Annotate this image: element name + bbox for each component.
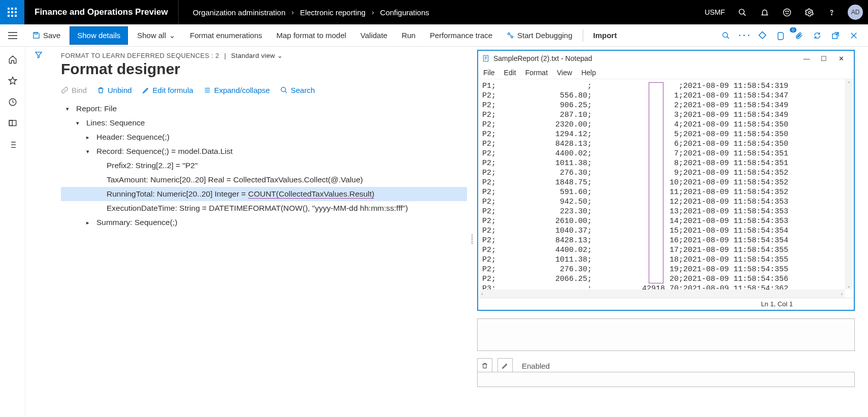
- company-picker[interactable]: USMF: [705, 8, 725, 16]
- menu-file[interactable]: File: [483, 69, 495, 77]
- separator: [583, 29, 583, 42]
- save-icon: [32, 31, 40, 39]
- menu-format[interactable]: Format: [525, 69, 548, 77]
- home-icon[interactable]: [8, 55, 17, 64]
- tree-node-runningtotal[interactable]: RunningTotal: Numeric[20..20] Integer = …: [61, 187, 467, 201]
- perf-trace-button[interactable]: Performance trace: [423, 24, 499, 47]
- search-icon[interactable]: [719, 28, 733, 43]
- svg-rect-19: [35, 33, 37, 34]
- minimize-button[interactable]: —: [798, 55, 815, 62]
- popout-icon[interactable]: [828, 28, 843, 43]
- svg-point-40: [281, 87, 286, 92]
- edit-formula-label: Edit formula: [153, 86, 193, 94]
- designer-pane: FORMAT TO LEARN DEFERRED SEQUENCES : 2 |…: [25, 47, 477, 417]
- caret-right-icon: ▸: [84, 219, 91, 226]
- notepad-text[interactable]: P1; ; ;2021-08-09 11:58:54:319 P2; 556.8…: [478, 79, 854, 294]
- save-button[interactable]: Save: [25, 24, 68, 47]
- filter-column: [25, 47, 52, 59]
- menu-view[interactable]: View: [557, 69, 572, 77]
- link-icon: [61, 86, 69, 94]
- smile-icon[interactable]: [777, 0, 797, 24]
- menu-edit[interactable]: Edit: [504, 69, 516, 77]
- debug-icon: [507, 31, 514, 39]
- clock-icon[interactable]: [8, 98, 17, 107]
- tree-node-summary[interactable]: ▸Summary: Sequence(;): [61, 215, 467, 230]
- svg-point-23: [723, 33, 727, 37]
- help-icon[interactable]: [821, 0, 842, 24]
- view-picker[interactable]: Standard view ⌄: [231, 52, 283, 59]
- tree-node-record[interactable]: ▾Record: Sequence(;) = model.Data.List: [61, 144, 467, 158]
- tree-node-execdatetime[interactable]: ExecutionDateTime: String = DATETIMEFORM…: [61, 201, 467, 215]
- node-label: Summary: Sequence(;): [96, 218, 177, 227]
- run-button[interactable]: Run: [394, 24, 423, 47]
- search-action[interactable]: Search: [280, 86, 315, 94]
- breadcrumb-item[interactable]: Organization administration: [193, 8, 286, 17]
- expand-collapse-action[interactable]: Expand/collapse: [204, 86, 270, 94]
- enabled-value-box[interactable]: [477, 372, 855, 387]
- attachments-icon[interactable]: [792, 28, 806, 43]
- breadcrumb-item[interactable]: Configurations: [380, 8, 429, 17]
- workspace-icon[interactable]: [8, 119, 17, 128]
- save-label: Save: [43, 31, 60, 40]
- map-format-button[interactable]: Map format to model: [270, 24, 354, 47]
- svg-point-21: [511, 36, 513, 38]
- chevron-right-icon: ›: [372, 8, 374, 16]
- maximize-button[interactable]: ☐: [815, 55, 832, 62]
- tree-node-report[interactable]: ▾Report: File: [61, 102, 467, 116]
- menu-help[interactable]: Help: [581, 69, 596, 77]
- validate-label: Validate: [360, 31, 387, 40]
- svg-line-41: [285, 91, 287, 93]
- svg-point-11: [783, 9, 790, 16]
- node-label: Prefix2: String[2..2] = "P2": [107, 161, 197, 170]
- import-button[interactable]: Import: [586, 24, 624, 47]
- splitter-handle[interactable]: [470, 235, 474, 248]
- modules-icon[interactable]: [8, 140, 17, 149]
- start-debug-button[interactable]: Start Debugging: [499, 24, 579, 47]
- run-label: Run: [402, 31, 416, 40]
- gear-icon[interactable]: [799, 0, 819, 24]
- close-button[interactable]: ✕: [832, 55, 850, 62]
- notepad-body[interactable]: P1; ; ;2021-08-09 11:58:54:319 P2; 556.8…: [478, 79, 854, 298]
- app-launcher[interactable]: [0, 0, 24, 24]
- unbind-action[interactable]: Unbind: [97, 86, 132, 94]
- description-box[interactable]: [477, 318, 855, 351]
- horizontal-scrollbar[interactable]: ‹›: [479, 290, 845, 298]
- delete-button[interactable]: [477, 358, 492, 373]
- node-label: Lines: Sequence: [86, 118, 145, 127]
- avatar[interactable]: AD: [848, 5, 863, 20]
- notepad-menu: File Edit Format View Help: [478, 66, 854, 79]
- bind-action[interactable]: Bind: [61, 86, 87, 94]
- waffle-icon: [8, 8, 17, 17]
- tree-node-prefix[interactable]: Prefix2: String[2..2] = "P2": [61, 158, 467, 173]
- edit-button[interactable]: [497, 358, 513, 373]
- show-all-button[interactable]: Show all⌄: [130, 24, 183, 47]
- star-icon[interactable]: [8, 76, 17, 85]
- vertical-scrollbar[interactable]: ⌃⌄: [845, 79, 853, 290]
- search-icon: [280, 86, 288, 94]
- show-details-button[interactable]: Show details: [70, 26, 128, 45]
- tree-node-header[interactable]: ▸Header: Sequence(;): [61, 130, 467, 144]
- close-icon[interactable]: [847, 28, 861, 43]
- validate-button[interactable]: Validate: [353, 24, 394, 47]
- notepad-icon: [482, 54, 490, 62]
- edit-formula-action[interactable]: Edit formula: [142, 86, 193, 94]
- search-icon[interactable]: [732, 0, 752, 24]
- notepad-titlebar[interactable]: SampleReport (2).txt - Notepad — ☐ ✕: [478, 51, 854, 66]
- config-name: FORMAT TO LEARN DEFERRED SEQUENCES : 2: [61, 52, 219, 59]
- svg-rect-5: [15, 11, 17, 13]
- svg-rect-4: [11, 11, 13, 13]
- attach-icon[interactable]: [755, 28, 770, 43]
- node-label: TaxAmount: Numeric[20..20] Real = Collec…: [107, 175, 363, 184]
- caret-right-icon: ▸: [84, 134, 91, 141]
- format-enum-button[interactable]: Format enumerations: [183, 24, 270, 47]
- more-icon[interactable]: · · ·: [737, 28, 751, 43]
- breadcrumb-item[interactable]: Electronic reporting: [300, 8, 365, 17]
- chevron-right-icon: ›: [291, 8, 294, 16]
- nav-hamburger[interactable]: [0, 24, 25, 47]
- tree-node-taxamount[interactable]: TaxAmount: Numeric[20..20] Real = Collec…: [61, 173, 467, 187]
- refresh-icon[interactable]: [810, 28, 824, 43]
- bell-icon[interactable]: [754, 0, 775, 24]
- tree-node-lines[interactable]: ▾Lines: Sequence: [61, 116, 467, 130]
- filter-icon[interactable]: [35, 51, 43, 59]
- office-icon[interactable]: [774, 28, 788, 43]
